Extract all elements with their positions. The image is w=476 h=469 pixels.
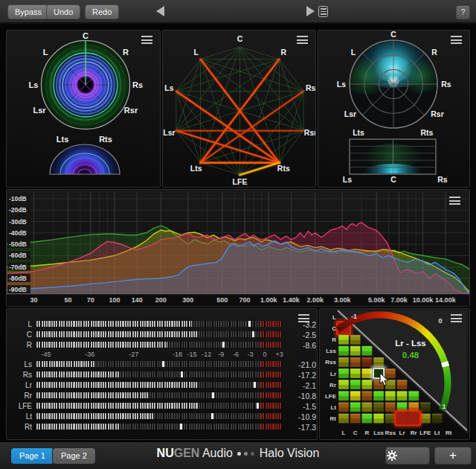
level-meters-panel: L-3.2C-2.5R-8.6Ls-21.0Rs-17.2Lr-2.1Rr-10… xyxy=(6,308,318,440)
svg-text:Rs: Rs xyxy=(306,83,315,92)
halo-vision-app: Bypass Undo Redo ? CLRLsRsLsrRsrLtsRts C… xyxy=(0,0,476,469)
svg-text:C: C xyxy=(353,430,358,436)
svg-text:L: L xyxy=(332,314,336,321)
correlation-matrix-panel: LCRLssRssLrRrLFELtRtLCRLssRssLrRrLFELtRt… xyxy=(319,308,470,440)
meter-value: -21.0 xyxy=(283,360,316,369)
meter-channel-label: Lr xyxy=(7,381,32,389)
prev-arrow-icon[interactable] xyxy=(156,6,164,16)
meter-scale-tick: 0 xyxy=(263,351,267,358)
correlation-web-panel: CRRsRsrRtsLFELtsLsrLsL xyxy=(162,30,316,188)
polar-panel-menu-icon[interactable] xyxy=(451,36,462,46)
svg-text:Rts: Rts xyxy=(277,164,290,173)
play-arrow-icon[interactable] xyxy=(306,6,315,16)
spectrum-panel-menu-icon[interactable] xyxy=(449,197,460,207)
svg-text:Lss: Lss xyxy=(373,430,384,436)
add-module-button[interactable]: + xyxy=(434,447,472,465)
svg-text:-90dB: -90dB xyxy=(9,286,27,293)
svg-text:C: C xyxy=(332,325,336,332)
meter-rms-bar xyxy=(36,331,197,337)
matrix-cell-alert[interactable] xyxy=(396,412,408,424)
svg-text:Lss: Lss xyxy=(326,348,336,354)
svg-text:Lr: Lr xyxy=(399,430,405,436)
svg-text:R: R xyxy=(280,48,286,57)
surround-panel-menu-icon[interactable] xyxy=(141,36,152,46)
meter-red-zone xyxy=(260,382,282,388)
meter-rms-bar xyxy=(36,382,197,388)
svg-text:LFE: LFE xyxy=(325,393,337,400)
meter-peak-marker xyxy=(211,413,213,419)
gauge-value: 0.48 xyxy=(402,351,419,360)
help-button[interactable]: ? xyxy=(456,5,470,19)
meter-red-zone xyxy=(260,361,282,367)
svg-text:Rsr: Rsr xyxy=(431,109,444,118)
svg-text:3.00k: 3.00k xyxy=(334,296,352,304)
svg-text:140: 140 xyxy=(132,296,143,304)
web-panel-menu-icon[interactable] xyxy=(297,36,308,46)
gauge-marker xyxy=(445,362,446,366)
meter-row-LFE: LFE-1.5 xyxy=(7,403,318,410)
meter-scale-tick: -45 xyxy=(42,351,51,358)
settings-button[interactable] xyxy=(385,447,430,465)
meter-value: -10.9 xyxy=(283,412,316,421)
meter-value: -2.5 xyxy=(283,331,316,339)
svg-text:Rts: Rts xyxy=(99,135,112,144)
meter-value: -2.1 xyxy=(283,381,316,390)
svg-text:-20dB: -20dB xyxy=(9,206,27,214)
meter-peak-marker xyxy=(252,331,254,337)
meter-scale-tick: -6 xyxy=(233,351,239,358)
meter-red-zone xyxy=(260,392,282,398)
meter-row-L: L-3.2 xyxy=(7,321,318,328)
svg-text:-1: -1 xyxy=(351,313,357,320)
level-meters: L-3.2C-2.5R-8.6Ls-21.0Rs-17.2Lr-2.1Rr-10… xyxy=(7,309,318,441)
brand-dot-1 xyxy=(237,452,241,456)
svg-text:Rt: Rt xyxy=(446,430,452,436)
svg-text:200: 200 xyxy=(155,296,167,304)
svg-text:1.40k: 1.40k xyxy=(283,296,300,304)
svg-text:Lts: Lts xyxy=(57,135,69,144)
meter-peak-marker xyxy=(257,403,259,409)
meter-channel-label: C xyxy=(7,331,32,339)
svg-text:Rs: Rs xyxy=(441,80,451,89)
svg-text:-10dB: -10dB xyxy=(9,195,27,202)
meter-bar xyxy=(36,342,282,348)
svg-text:100: 100 xyxy=(109,296,120,304)
redo-button[interactable]: Redo xyxy=(85,4,119,19)
gauge-pair-label: Lr - Lss xyxy=(395,339,426,348)
meter-red-zone xyxy=(260,371,282,377)
meter-row-Lt: Lt-10.9 xyxy=(7,413,318,421)
meter-rms-bar xyxy=(36,361,94,367)
meter-channel-label: LFE xyxy=(7,402,32,410)
bypass-button[interactable]: Bypass xyxy=(7,4,49,19)
matrix-cell-alert[interactable] xyxy=(408,412,419,424)
svg-text:-40dB: -40dB xyxy=(9,229,27,237)
meter-peak-marker xyxy=(212,392,214,398)
meter-scale-tick: -12 xyxy=(202,351,211,358)
spatial-polar-canvas: CLRLsRsLsrRsrLtsRtsLsCRs xyxy=(318,31,469,187)
meter-scale-tick: -15 xyxy=(187,351,197,358)
meter-bar xyxy=(36,361,282,367)
meter-peak-marker xyxy=(248,321,251,327)
svg-text:1.00k: 1.00k xyxy=(260,296,278,304)
svg-text:R: R xyxy=(332,336,336,343)
brand-dot-3 xyxy=(251,452,254,456)
correlation-matrix-canvas: LCRLssRssLrRrLFELtRtLCRLssRssLrRrLFELtRt… xyxy=(320,309,469,439)
svg-text:Rss: Rss xyxy=(385,430,396,436)
svg-text:Ls: Ls xyxy=(29,80,39,89)
svg-text:Rt: Rt xyxy=(330,415,337,422)
svg-text:C: C xyxy=(83,31,89,40)
brand-gen: GEN xyxy=(174,447,200,459)
meter-peak-marker xyxy=(222,342,225,348)
undo-button[interactable]: Undo xyxy=(46,4,80,19)
session-list-icon[interactable] xyxy=(318,6,328,17)
svg-text:Lsr: Lsr xyxy=(163,128,175,137)
meter-red-zone xyxy=(260,331,282,337)
meter-rms-bar xyxy=(36,403,198,409)
svg-text:Lr: Lr xyxy=(330,371,336,377)
meter-scale-tick: -18 xyxy=(173,351,182,358)
meters-panel-menu-icon[interactable] xyxy=(298,314,309,325)
meter-value: -1.5 xyxy=(283,402,316,411)
bottom-toolbar: Page 1 Page 2 NUGEN Audio Halo Vision + xyxy=(0,442,476,469)
matrix-panel-menu-icon[interactable] xyxy=(451,314,462,325)
meter-bar xyxy=(36,382,282,388)
meter-channel-label: Lt xyxy=(7,412,32,421)
